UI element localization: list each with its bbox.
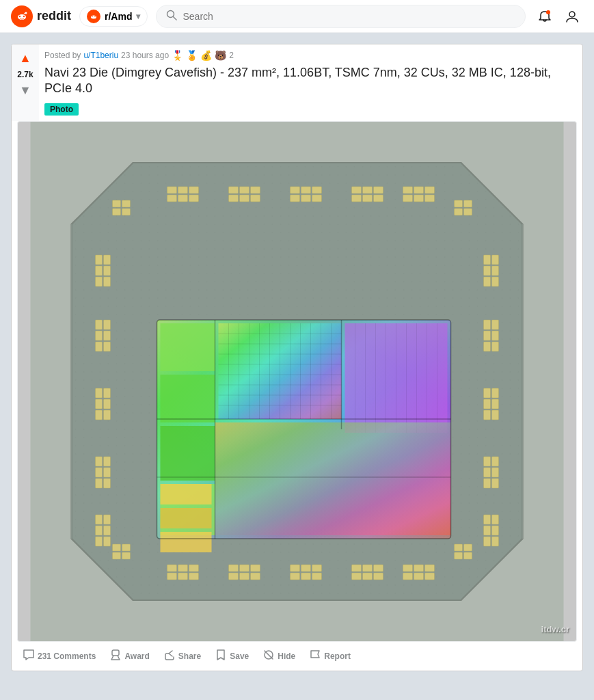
downvote-button[interactable]: ▼ [18,82,33,99]
vote-column: ▲ 2.7k ▼ [12,44,39,121]
svg-rect-115 [104,468,111,477]
svg-rect-183 [455,200,463,207]
svg-rect-75 [403,187,413,193]
svg-rect-85 [301,195,311,202]
svg-rect-133 [492,331,499,340]
svg-rect-56 [161,508,212,528]
svg-rect-146 [492,479,499,488]
svg-rect-107 [96,410,103,420]
svg-rect-127 [492,266,499,275]
page-content: ▲ 2.7k ▼ Posted by u/T1beriu 23 hours ag… [0,33,594,682]
svg-rect-149 [484,537,491,546]
search-bar[interactable] [156,5,526,28]
report-label: Report [324,651,351,661]
svg-rect-153 [167,565,177,571]
svg-rect-137 [484,410,491,420]
svg-rect-162 [229,573,239,580]
svg-rect-64 [178,187,188,193]
svg-rect-89 [374,195,383,202]
svg-rect-94 [96,266,103,275]
svg-rect-174 [352,573,362,580]
svg-rect-111 [96,457,103,466]
svg-rect-81 [229,195,239,202]
author-link[interactable]: u/T1beriu [83,51,118,60]
svg-rect-128 [492,277,499,286]
watermark: itdw.cr [541,624,569,634]
svg-rect-123 [484,255,491,265]
svg-rect-141 [484,457,491,466]
svg-rect-90 [403,195,413,202]
svg-rect-156 [167,573,177,580]
svg-rect-180 [403,573,413,580]
svg-rect-92 [425,195,435,202]
post-meta: Posted by u/T1beriu 23 hours ago 🎖️ 🏅 💰 … [44,50,577,61]
svg-rect-160 [240,565,249,571]
svg-rect-196 [122,544,131,551]
svg-rect-113 [96,479,103,488]
save-icon [215,649,227,664]
svg-rect-74 [374,187,383,193]
svg-rect-118 [96,526,103,535]
svg-rect-73 [363,187,373,193]
svg-rect-129 [484,320,491,329]
post-title: Navi 23 Die (Dimgrey Cavefish) - 237 mm²… [44,65,577,97]
svg-rect-86 [312,195,322,202]
svg-rect-116 [104,479,111,488]
svg-rect-167 [312,565,322,571]
svg-rect-124 [484,266,491,275]
svg-rect-172 [363,565,373,571]
header-icons [534,5,583,27]
post-age: 23 hours ago [121,51,169,60]
post-body: Posted by u/T1beriu 23 hours ago 🎖️ 🏅 💰 … [39,44,582,121]
flair-emoji-2: 🏅 [186,50,198,61]
svg-rect-109 [104,399,111,409]
svg-rect-169 [301,573,311,580]
svg-rect-114 [104,457,111,466]
comments-button[interactable]: 231 Comments [17,645,101,668]
svg-rect-189 [113,208,121,215]
svg-rect-147 [484,515,491,524]
svg-rect-83 [251,195,260,202]
svg-rect-77 [425,187,435,193]
svg-rect-158 [189,573,199,580]
svg-rect-187 [113,200,121,207]
save-button[interactable]: Save [209,645,254,668]
svg-rect-154 [178,565,188,571]
svg-rect-78 [167,195,177,202]
svg-rect-150 [492,515,499,524]
svg-rect-176 [374,573,383,580]
upvote-button[interactable]: ▲ [18,50,33,67]
svg-rect-80 [189,195,199,202]
svg-rect-70 [301,187,311,193]
svg-rect-69 [291,187,300,193]
svg-rect-170 [312,573,322,580]
svg-rect-101 [96,342,103,351]
svg-rect-97 [104,266,111,275]
svg-rect-88 [363,195,373,202]
reddit-logo-text: reddit [37,9,71,23]
svg-rect-102 [104,320,111,329]
post-image-container[interactable]: AMD ⍋ itdw.cr [17,121,577,642]
subreddit-selector[interactable]: r/Amd ▾ [79,6,148,27]
svg-rect-140 [492,410,499,420]
svg-rect-65 [189,187,199,193]
svg-rect-139 [492,399,499,409]
search-input[interactable] [183,11,515,22]
award-button[interactable]: Award [104,645,154,668]
post-flair: Photo [44,103,79,116]
svg-point-2 [19,15,21,16]
report-button[interactable]: Report [303,645,356,668]
svg-rect-131 [484,342,491,351]
svg-rect-108 [104,388,111,398]
svg-point-6 [91,15,96,18]
profile-icon[interactable] [561,5,583,27]
svg-rect-132 [492,320,499,329]
svg-rect-72 [352,187,362,193]
svg-rect-148 [484,526,491,535]
notification-icon[interactable] [534,5,556,27]
hide-button[interactable]: Hide [257,645,301,668]
svg-rect-191 [455,544,463,551]
svg-rect-57 [161,532,212,552]
share-button[interactable]: Share [158,645,206,668]
reddit-logo[interactable]: reddit [11,5,71,27]
